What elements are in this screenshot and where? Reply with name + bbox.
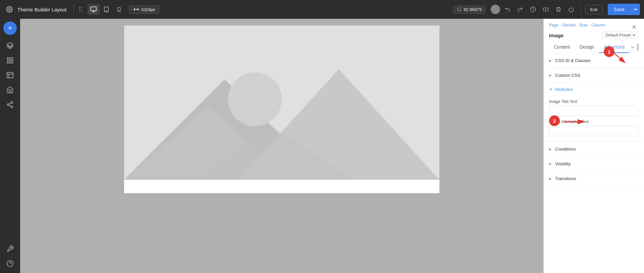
breadcrumb-section[interactable]: Section [562,23,576,28]
panel-close-button[interactable]: ✕ [630,23,639,32]
svg-point-28 [228,72,282,126]
right-panel: 1 2 Page › Section › Row › Column [543,19,644,273]
svg-rect-1 [91,7,96,11]
custom-css-arrow-icon: ▶ [549,73,552,77]
divider-2 [581,5,581,14]
save-button[interactable]: Save [608,4,631,15]
section-custom-css: ▶ Custom CSS [544,68,644,83]
breadcrumb-column[interactable]: Column [591,23,605,28]
breadcrumb-row[interactable]: Row [580,23,588,28]
section-conditions-header[interactable]: ▶ Conditions [544,142,644,156]
svg-point-0 [9,9,10,10]
view-buttons [88,4,125,15]
section-attributes: ▼ Attributes Image Title Text Image Alte… [544,83,644,142]
exit-button[interactable]: Exit [585,5,602,14]
css-id-title: CSS ID & Classes [555,58,590,63]
svg-point-6 [458,8,461,11]
panel-title-row: Image Default Preset [549,32,639,39]
image-widget[interactable] [124,25,439,180]
svg-line-21 [9,105,11,106]
save-button-group: Save [608,4,640,15]
desktop-view-button[interactable] [88,4,100,15]
history-button[interactable] [528,4,538,15]
image-title-input[interactable] [549,106,639,116]
save-more-button[interactable] [631,4,640,15]
preset-selector[interactable]: Default Preset [602,32,639,39]
breadcrumb-page[interactable]: Page [549,23,558,28]
tab-more-arrow[interactable] [629,42,636,53]
divider-1 [73,5,74,14]
transitions-arrow-icon: ▶ [549,177,552,180]
preset-label: Default Preset [605,33,631,38]
svg-rect-12 [11,58,13,60]
tab-advanced[interactable]: Advanced [599,42,629,53]
conditions-arrow-icon: ▶ [549,147,552,151]
section-visibility-header[interactable]: ▶ Visibility [544,157,644,171]
sidebar-item-layers[interactable] [3,39,17,52]
css-id-arrow-icon: ▶ [549,59,552,62]
app-title: Theme Builder Layout [17,7,67,12]
power-button[interactable] [566,4,577,15]
mobile-view-button[interactable] [113,4,125,15]
attributes-header[interactable]: ▼ Attributes [544,83,644,95]
sidebar-item-template[interactable] [3,68,17,82]
breadcrumb-sep-2: › [577,23,578,27]
panel-tabs: Content Design Advanced [549,42,639,53]
section-conditions: ▶ Conditions [544,142,644,157]
sidebar-item-tools[interactable] [3,242,17,256]
custom-css-title: Custom CSS [555,73,580,78]
drag-handle[interactable] [78,6,84,13]
image-alt-input[interactable] [549,126,639,136]
svg-point-3 [106,11,107,11]
panel-header: Page › Section › Row › Column ✕ Image De… [544,19,644,53]
undo-button[interactable] [502,4,513,15]
section-transitions: ▶ Transitions [544,171,644,186]
width-value: 1024px [141,7,155,12]
avatar [491,5,500,14]
sidebar-item-help[interactable] [3,257,17,270]
tablet-view-button[interactable] [100,4,112,15]
search-value: 92.96875 [464,7,482,12]
section-css-id-classes: ▶ CSS ID & Classes [544,53,644,68]
canvas-frame [124,25,439,193]
visibility-arrow-icon: ▶ [549,162,552,166]
delete-button[interactable] [553,4,564,15]
main-layout: + [0,19,644,273]
left-sidebar: + [0,19,20,273]
breadcrumb-sep-1: › [560,23,561,27]
tab-layout-square[interactable] [637,44,639,51]
conditions-title: Conditions [555,147,576,152]
add-element-button[interactable]: + [3,21,17,35]
svg-rect-11 [7,58,9,60]
responsive-button[interactable] [540,4,551,15]
section-visibility: ▶ Visibility [544,157,644,171]
section-custom-css-header[interactable]: ▶ Custom CSS [544,68,644,83]
sidebar-item-theme[interactable] [3,54,17,67]
search-box[interactable]: 92.96875 [453,5,485,14]
breadcrumb-sep-3: › [589,23,590,27]
image-title-label: Image Title Text [549,99,639,104]
topbar: Theme Builder Layout 1024px 92.96875 [0,0,644,19]
sidebar-item-integrations[interactable] [3,98,17,111]
canvas-area [20,19,543,273]
svg-rect-13 [7,61,9,63]
svg-point-18 [11,102,13,104]
gear-icon[interactable] [4,4,15,15]
attributes-arrow-icon: ▼ [549,88,552,91]
section-css-id-header[interactable]: ▶ CSS ID & Classes [544,53,644,68]
width-display[interactable]: 1024px [129,5,160,14]
panel-title: Image [549,33,564,38]
sidebar-item-navigator[interactable] [3,83,17,97]
image-title-field-group: Image Title Text [549,99,639,116]
svg-point-20 [11,106,13,108]
svg-point-5 [119,10,119,11]
image-alt-field-group: Image Alternative Text [549,119,639,136]
redo-button[interactable] [515,4,526,15]
topbar-actions [491,4,577,15]
tab-design[interactable]: Design [575,42,599,53]
tab-content[interactable]: Content [549,42,575,53]
section-transitions-header[interactable]: ▶ Transitions [544,171,644,186]
svg-rect-14 [11,61,13,63]
attributes-body: Image Title Text Image Alternative Text [544,95,644,142]
visibility-title: Visibility [555,161,571,166]
